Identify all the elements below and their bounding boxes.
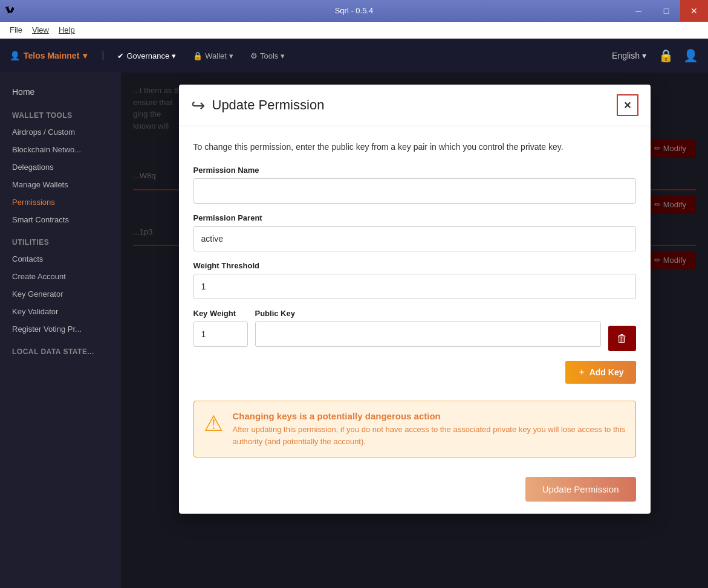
update-permission-modal: ↪ Update Permission ✕ To change this per… [179,85,651,514]
brand-label: Telos Mainnet [24,51,79,60]
app-icon: 🐿 [5,5,17,17]
language-chevron: ▾ [642,51,646,60]
update-permission-button[interactable]: Update Permission [525,477,636,502]
title-bar: 🐿 Sqrl - 0.5.4 ─ □ ✕ [0,0,708,22]
sidebar-item-contacts[interactable]: Contacts [0,250,121,268]
app-header: 👤 Telos Mainnet ▾ | ✔ Governance ▾ 🔒 Wal… [0,39,708,73]
nav-wallet[interactable]: 🔒 Wallet ▾ [187,49,239,63]
permission-name-input[interactable] [193,178,636,204]
modal-header: ↪ Update Permission ✕ [179,85,651,126]
nav-governance[interactable]: ✔ Governance ▾ [111,49,182,63]
app-body: Home Wallet Tools Airdrops / Custom Bloc… [0,73,708,588]
warning-description: After updating this permission, if you d… [233,424,626,447]
key-weight-group: Key Weight [193,309,248,347]
weight-threshold-group: Weight Threshold [193,261,636,299]
public-key-group: Public Key [255,309,601,347]
delete-key-button[interactable]: 🗑 [608,326,636,351]
sidebar-item-airdrops[interactable]: Airdrops / Custom [0,123,121,141]
header-separator-1: | [99,50,106,61]
weight-threshold-label: Weight Threshold [193,261,636,270]
menu-view[interactable]: View [27,24,54,36]
sidebar-item-create-account[interactable]: Create Account [0,268,121,285]
add-key-label: Add Key [589,367,624,377]
minimize-button[interactable]: ─ [625,0,652,22]
tools-chevron: ▾ [281,51,285,60]
main-content: ...t them as theensure thatging theknown… [121,73,708,588]
warning-box: ⚠ Changing keys is a potentially dangero… [193,401,636,457]
tools-label: Tools [260,51,278,60]
brand-icon: 👤 [10,51,20,60]
modal-description: To change this permission, enter the pub… [193,141,636,153]
plus-icon: ＋ [577,367,586,378]
key-weight-input[interactable] [193,321,248,347]
modal-title-group: ↪ Update Permission [191,95,325,115]
permission-name-label: Permission Name [193,166,636,175]
permission-parent-label: Permission Parent [193,213,636,222]
key-row: Key Weight Public Key 🗑 [193,309,636,351]
warning-text-group: Changing keys is a potentially dangerous… [233,411,626,447]
nav-tools[interactable]: ⚙ Tools ▾ [244,49,291,63]
wallet-icon: 🔒 [193,51,203,60]
window-controls: ─ □ ✕ [625,0,708,22]
public-key-input[interactable] [255,321,601,347]
modal-title-icon: ↪ [191,95,205,115]
sidebar-item-permissions[interactable]: Permissions [0,193,121,211]
sidebar-section-local-data: Local Data State... [0,338,121,360]
close-button[interactable]: ✕ [680,0,708,22]
sidebar-section-wallet-tools: Wallet Tools [0,102,121,123]
sidebar-item-smart-contracts[interactable]: Smart Contracts [0,211,121,228]
sidebar-item-register-voting[interactable]: Register Voting Pr... [0,320,121,338]
trash-icon: 🗑 [617,332,628,345]
modal-title: Update Permission [212,97,325,113]
sidebar-section-utilities: Utilities [0,228,121,250]
sidebar-item-manage-wallets[interactable]: Manage Wallets [0,176,121,193]
sidebar-item-home[interactable]: Home [0,82,121,102]
user-avatar: 👤 [683,48,698,63]
key-weight-label: Key Weight [193,309,248,318]
warning-title: Changing keys is a potentially dangerous… [233,411,626,421]
modal-body: To change this permission, enter the pub… [179,126,651,470]
permission-name-group: Permission Name [193,166,636,204]
tools-icon: ⚙ [250,51,258,60]
lock-icon: 🔒 [658,48,674,63]
permission-parent-group: Permission Parent [193,213,636,251]
public-key-label: Public Key [255,309,601,318]
language-selector[interactable]: English ▾ [612,51,646,60]
governance-label: Governance [126,51,169,60]
weight-threshold-input[interactable] [193,274,636,299]
modal-close-button[interactable]: ✕ [617,94,638,116]
wallet-label: Wallet [205,51,227,60]
menu-help[interactable]: Help [54,24,80,36]
sidebar-item-key-validator[interactable]: Key Validator [0,303,121,320]
modal-footer: Update Permission [179,470,651,514]
window-title: Sqrl - 0.5.4 [335,6,374,15]
sidebar-item-delegations[interactable]: Delegations [0,158,121,176]
brand[interactable]: 👤 Telos Mainnet ▾ [10,51,87,60]
brand-chevron: ▾ [83,51,87,60]
restore-button[interactable]: □ [652,0,680,22]
wallet-chevron: ▾ [229,51,233,60]
governance-icon: ✔ [117,51,124,60]
governance-chevron: ▾ [172,51,176,60]
sidebar-item-key-generator[interactable]: Key Generator [0,285,121,303]
sidebar-item-blockchain[interactable]: Blockchain Netwo... [0,141,121,158]
language-label: English [612,51,640,60]
sidebar: Home Wallet Tools Airdrops / Custom Bloc… [0,73,121,588]
permission-parent-input[interactable] [193,226,636,251]
add-key-button[interactable]: ＋ Add Key [565,361,636,384]
warning-icon: ⚠ [204,411,223,436]
menu-file[interactable]: File [5,24,27,36]
menu-bar: File View Help [0,22,708,39]
